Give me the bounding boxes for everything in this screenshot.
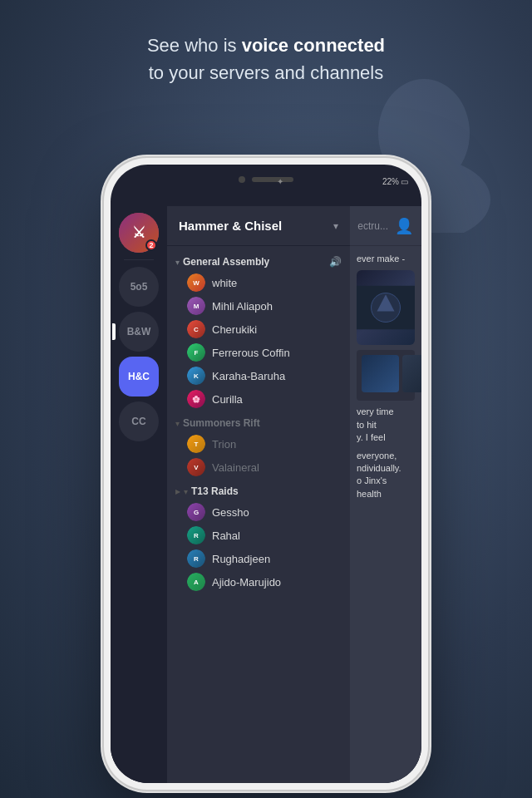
member-name-cherukiki: Cherukiki [212, 323, 257, 336]
member-name-karaha: Karaha-Baruha [212, 370, 285, 382]
avatar: R [187, 526, 205, 544]
expand-icon: ▾ [175, 419, 180, 428]
member-name-rahal: Rahal [212, 530, 240, 542]
chat-text-3: everyone, ndividually. o Jinx's health [357, 451, 401, 499]
chat-panel: ectru... 👤 ever make - [350, 206, 421, 783]
member-avatar-gessho: G [187, 503, 205, 521]
channel-name-t13-raids: T13 Raids [191, 485, 342, 497]
member-name-valaineral: Valaineral [212, 461, 259, 474]
expand-icon-2: ▾ [184, 487, 188, 496]
avatar: R [187, 549, 205, 568]
avatar: K [187, 367, 205, 385]
chevron-down-icon[interactable]: ▾ [333, 220, 338, 232]
member-name-gessho: Gessho [212, 506, 249, 519]
member-name-mihli: Mihli Aliapoh [212, 300, 273, 313]
member-name-curilla: Curilla [212, 393, 243, 406]
chat-header: ectru... 👤 [350, 206, 421, 246]
member-name-ajido: Ajido-Marujido [212, 576, 281, 589]
server-active-indicator [112, 323, 116, 340]
voice-channel-header-general-assembly[interactable]: ▾ General Assembly 🔊 [167, 253, 350, 271]
list-item: C Cherukiki [167, 318, 350, 341]
member-avatar-mihli: M [187, 297, 205, 315]
sidebar: ⚔ 2 5o5 B&W H&C C [111, 206, 167, 783]
game-thumb-2 [402, 355, 421, 392]
member-name-ferrerous: Ferrerous Coffin [212, 347, 290, 359]
game-thumb-1 [362, 355, 399, 392]
speaker-icon: 🔊 [329, 256, 342, 268]
list-item: K Karaha-Baruha [167, 364, 350, 387]
member-avatar-rahal: R [187, 526, 205, 544]
sidebar-server-label-hc: H&C [128, 371, 150, 382]
battery-icon: ▭ [401, 177, 408, 186]
voice-channel-summoners-rift: ▾ Summoners Rift T Trion V [167, 414, 350, 479]
list-item: W white [167, 271, 350, 294]
avatar: W [187, 273, 205, 292]
game-screenshot [357, 270, 415, 345]
channel-panel: Hammer & Chisel ▾ ▾ General Assembly 🔊 [167, 206, 350, 783]
notification-badge: 2 [145, 239, 157, 251]
expand-icon: ▶ [175, 488, 180, 495]
phone-frame: ✦ 22% ▭ ⚔ 2 5o5 [104, 158, 428, 790]
member-avatar-ajido: A [187, 573, 205, 591]
channel-header[interactable]: Hammer & Chisel ▾ [167, 206, 350, 246]
list-item: R Rahal [167, 524, 350, 547]
channel-list: ▾ General Assembly 🔊 W white [167, 246, 350, 783]
sidebar-server-label-cc: CC [131, 416, 145, 427]
chat-second-block [357, 350, 415, 401]
header-bold: voice connected [242, 35, 385, 56]
list-item: T Trion [167, 432, 350, 456]
member-avatar-ferrerous: F [187, 343, 205, 362]
server-name: Hammer & Chisel [179, 219, 327, 233]
avatar: G [187, 503, 205, 521]
list-item: A Ajido-Marujido [167, 570, 350, 594]
member-avatar-cherukiki: C [187, 320, 205, 338]
avatar: T [187, 435, 205, 453]
avatar: C [187, 320, 205, 338]
list-item: V Valaineral [167, 456, 350, 479]
chat-messages: ever make - [350, 246, 421, 783]
sidebar-item-avatar1[interactable]: ⚔ 2 [119, 213, 159, 253]
game-image-svg [357, 283, 415, 332]
avatar: 🌸 [187, 390, 205, 408]
avatar: M [187, 297, 205, 315]
voice-channel-header-summoners-rift[interactable]: ▾ Summoners Rift [167, 414, 350, 432]
voice-channel-general-assembly: ▾ General Assembly 🔊 W white [167, 253, 350, 411]
list-item: R Rughadjeen [167, 547, 350, 570]
user-icon[interactable]: 👤 [395, 217, 413, 235]
header-section: See who is voice connected to your serve… [0, 32, 532, 86]
header-line1: See who is [147, 35, 242, 56]
game-image-content [357, 270, 415, 345]
sidebar-item-bw[interactable]: B&W [119, 312, 159, 352]
avatar: V [187, 458, 205, 476]
channel-name-summoners-rift: Summoners Rift [183, 417, 342, 429]
voice-channel-t13-raids: ▶ ▾ T13 Raids G Gessho R [167, 482, 350, 594]
sidebar-server-label-bw: B&W [127, 326, 151, 337]
game-thumbnails [362, 355, 410, 392]
voice-channel-header-t13-raids[interactable]: ▶ ▾ T13 Raids [167, 482, 350, 500]
chat-text-2: very time to hit y. I feel [357, 406, 394, 442]
member-avatar-karaha: K [187, 367, 205, 385]
member-avatar-curilla: 🌸 [187, 390, 205, 408]
header-line2: to your servers and channels [0, 59, 532, 86]
avatar: A [187, 573, 205, 591]
sidebar-divider-1 [124, 259, 154, 260]
chat-channel-name: ectru... [352, 220, 388, 232]
status-bar: ✦ 22% ▭ [111, 173, 421, 190]
sidebar-item-cc[interactable]: CC [119, 401, 159, 441]
chat-text-1: ever make - [357, 254, 405, 264]
member-avatar-white: W [187, 273, 205, 292]
list-item: G Gessho [167, 500, 350, 524]
sidebar-item-5o5[interactable]: 5o5 [119, 267, 159, 307]
list-item: 🌸 Curilla [167, 387, 350, 411]
sidebar-item-hc[interactable]: H&C [119, 357, 159, 397]
chat-preview-2: very time to hit y. I feel [357, 406, 415, 444]
app-screen: ⚔ 2 5o5 B&W H&C C [111, 206, 421, 783]
member-avatar-trion: T [187, 435, 205, 453]
member-avatar-rughadjeen: R [187, 549, 205, 568]
chat-preview-1: ever make - [357, 253, 415, 265]
bluetooth-icon: ✦ [277, 177, 283, 186]
member-name-rughadjeen: Rughadjeen [212, 553, 270, 565]
list-item: F Ferrerous Coffin [167, 341, 350, 364]
battery-display: 22% ▭ [382, 177, 408, 186]
list-item: M Mihli Aliapoh [167, 294, 350, 318]
